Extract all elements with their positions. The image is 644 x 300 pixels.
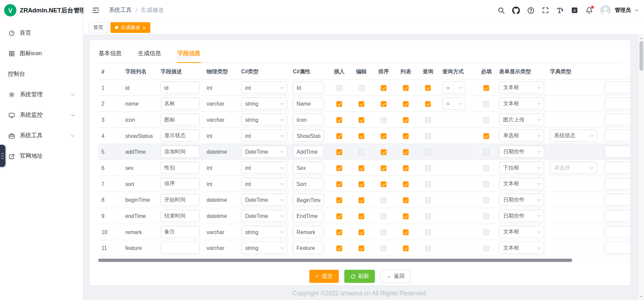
csharp-attr-input[interactable] xyxy=(293,98,324,110)
csharp-attr-input[interactable] xyxy=(293,81,324,94)
display-type-select[interactable]: 下拉框 xyxy=(499,161,544,174)
tab-generate-info[interactable]: 生成信息 xyxy=(138,48,162,63)
edit-checkbox[interactable] xyxy=(358,165,364,171)
sidebar-item-system-tools[interactable]: 系统工具 xyxy=(0,125,83,146)
sort-checkbox[interactable] xyxy=(381,117,386,123)
display-type-select[interactable]: 文本框 xyxy=(499,242,544,254)
settings-drawer-handle[interactable] xyxy=(0,145,5,167)
tag-close-icon[interactable]: × xyxy=(142,25,146,30)
vertical-scrollbar-thumb[interactable] xyxy=(639,41,643,71)
dict-type-select[interactable]: 请选择 xyxy=(550,161,597,174)
chevron-down-icon[interactable] xyxy=(634,8,639,13)
csharp-attr-input[interactable] xyxy=(293,146,324,158)
csharp-type-select[interactable]: string xyxy=(241,98,287,110)
bell-icon[interactable] xyxy=(585,6,593,14)
tag-home[interactable]: 首页 xyxy=(89,22,108,33)
list-checkbox[interactable] xyxy=(403,117,409,123)
edit-checkbox[interactable] xyxy=(358,101,364,107)
query-checkbox[interactable] xyxy=(425,197,431,203)
fullscreen-icon[interactable] xyxy=(542,7,549,14)
github-icon[interactable] xyxy=(512,6,520,14)
back-button[interactable]: ← 返回 xyxy=(380,270,411,283)
sidebar-item-home[interactable]: 首页 xyxy=(0,23,83,43)
username[interactable]: 管理员 xyxy=(615,7,631,14)
required-checkbox[interactable] xyxy=(483,133,489,139)
edit-checkbox[interactable] xyxy=(358,213,364,219)
csharp-type-select[interactable]: int xyxy=(241,81,287,94)
list-checkbox[interactable] xyxy=(403,213,409,219)
sort-checkbox[interactable] xyxy=(381,149,386,155)
required-checkbox[interactable] xyxy=(483,229,489,235)
display-type-select[interactable]: 文本框 xyxy=(499,81,544,94)
horizontal-scrollbar[interactable] xyxy=(98,259,622,262)
display-type-select[interactable]: 文本框 xyxy=(499,178,544,190)
query-checkbox[interactable] xyxy=(425,133,431,139)
collapse-sidebar-icon[interactable] xyxy=(92,6,100,14)
csharp-attr-input[interactable] xyxy=(293,242,324,254)
list-checkbox[interactable] xyxy=(403,133,409,139)
display-type-select[interactable]: 图片上传 xyxy=(499,113,544,126)
query-checkbox[interactable] xyxy=(425,101,431,107)
csharp-type-select[interactable]: int xyxy=(241,178,287,190)
tab-field-info[interactable]: 字段信息 xyxy=(177,48,201,63)
query-checkbox[interactable] xyxy=(425,85,431,91)
csharp-attr-input[interactable] xyxy=(293,178,324,190)
insert-checkbox[interactable] xyxy=(336,229,342,235)
required-checkbox[interactable] xyxy=(483,197,489,203)
csharp-attr-input[interactable] xyxy=(293,226,324,238)
edit-checkbox[interactable] xyxy=(358,229,364,235)
edit-checkbox[interactable] xyxy=(358,197,364,203)
list-checkbox[interactable] xyxy=(403,181,409,187)
language-icon[interactable]: A xyxy=(571,7,578,14)
query-checkbox[interactable] xyxy=(425,149,431,155)
insert-checkbox[interactable] xyxy=(336,181,342,187)
horizontal-scrollbar-thumb[interactable] xyxy=(98,259,572,262)
edit-checkbox[interactable] xyxy=(358,149,364,155)
insert-checkbox[interactable] xyxy=(336,165,342,171)
sort-checkbox[interactable] xyxy=(381,246,386,251)
dict-type-select[interactable]: 系统状态 xyxy=(550,129,597,142)
required-checkbox[interactable] xyxy=(483,246,489,251)
required-checkbox[interactable] xyxy=(483,149,489,155)
overflow-column-input[interactable] xyxy=(604,178,630,190)
list-checkbox[interactable] xyxy=(403,229,409,235)
overflow-column-input[interactable] xyxy=(604,161,630,174)
display-type-select[interactable]: 日期控件 xyxy=(499,146,544,158)
vertical-scrollbar[interactable]: ▲ ▼ xyxy=(638,35,644,300)
sort-checkbox[interactable] xyxy=(381,197,386,203)
csharp-attr-input[interactable] xyxy=(293,129,324,142)
insert-checkbox[interactable] xyxy=(336,197,342,203)
description-input[interactable] xyxy=(161,242,200,254)
insert-checkbox[interactable] xyxy=(336,117,342,123)
insert-checkbox[interactable] xyxy=(336,246,342,251)
sort-checkbox[interactable] xyxy=(381,165,386,171)
sort-checkbox[interactable] xyxy=(381,213,386,219)
required-checkbox[interactable] xyxy=(483,101,489,107)
overflow-column-input[interactable] xyxy=(604,226,630,238)
overflow-column-input[interactable] xyxy=(604,98,630,110)
csharp-type-select[interactable]: string xyxy=(241,226,287,238)
required-checkbox[interactable] xyxy=(483,213,489,219)
sort-checkbox[interactable] xyxy=(381,133,386,139)
query-checkbox[interactable] xyxy=(425,213,431,219)
sidebar-item-icons[interactable]: 图标icon xyxy=(0,43,83,64)
description-input[interactable] xyxy=(161,113,200,126)
description-input[interactable] xyxy=(161,98,200,110)
csharp-type-select[interactable]: DateTime xyxy=(241,210,287,222)
help-icon[interactable] xyxy=(527,6,535,14)
list-checkbox[interactable] xyxy=(403,197,409,203)
overflow-column-input[interactable] xyxy=(604,129,630,142)
list-checkbox[interactable] xyxy=(403,85,409,91)
csharp-type-select[interactable]: int xyxy=(241,161,287,174)
sort-checkbox[interactable] xyxy=(381,229,386,235)
edit-checkbox[interactable] xyxy=(358,133,364,139)
sort-checkbox[interactable] xyxy=(381,181,386,187)
csharp-attr-input[interactable] xyxy=(293,194,324,206)
csharp-attr-input[interactable] xyxy=(293,113,324,126)
overflow-column-input[interactable] xyxy=(604,210,630,222)
required-checkbox[interactable] xyxy=(483,85,489,91)
description-input[interactable] xyxy=(161,129,200,142)
refresh-button[interactable]: 刷新 xyxy=(344,270,375,283)
overflow-column-input[interactable] xyxy=(604,113,630,126)
edit-checkbox[interactable] xyxy=(358,85,364,91)
